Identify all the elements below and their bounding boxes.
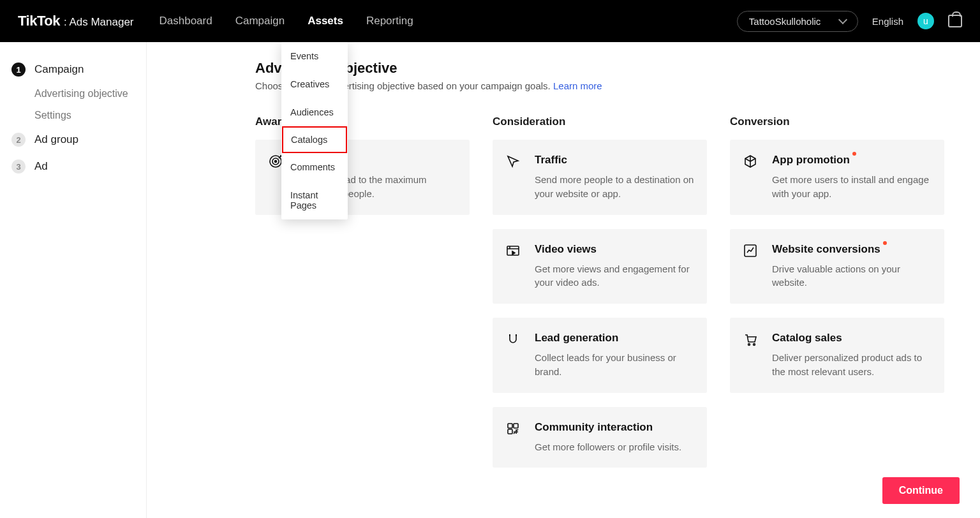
col-title-consideration: Consideration: [493, 115, 707, 128]
nav-dashboard[interactable]: Dashboard: [160, 15, 212, 27]
step-campaign[interactable]: 1 Campaign: [11, 56, 135, 83]
svg-rect-4: [508, 424, 512, 428]
step-badge-3: 3: [11, 159, 26, 174]
brand-ads-manager: : Ads Manager: [64, 16, 134, 29]
card-title: Lead generation: [535, 332, 618, 344]
top-nav: Dashboard Campaign Assets Reporting: [160, 15, 413, 27]
dd-creatives[interactable]: Creatives: [281, 70, 348, 98]
card-title: Community interaction: [535, 421, 653, 434]
dd-catalogs[interactable]: Catalogs: [282, 126, 347, 153]
topbar: TikTok : Ads Manager Dashboard Campaign …: [0, 0, 980, 42]
trend-up-icon: [743, 243, 761, 290]
learn-more-link[interactable]: Learn more: [553, 80, 602, 91]
video-icon: [505, 243, 523, 290]
card-title: Catalog sales: [772, 332, 842, 344]
nav-reporting[interactable]: Reporting: [366, 15, 413, 27]
assets-dropdown: Events Creatives Audiences Catalogs Comm…: [281, 42, 348, 219]
svg-rect-6: [508, 429, 512, 434]
card-catalog-sales[interactable]: Catalog salesDeliver personalized produc…: [730, 318, 944, 393]
language-selector[interactable]: English: [872, 16, 903, 27]
chevron-down-icon: [838, 15, 847, 24]
sidebar: 1 Campaign Advertising objective Setting…: [0, 42, 147, 518]
card-desc: Send more people to a destination on you…: [535, 173, 694, 201]
step-label: Ad: [34, 160, 48, 173]
card-title: Video views: [535, 243, 597, 256]
layout: 1 Campaign Advertising objective Setting…: [0, 42, 980, 518]
card-desc: Get more users to install and engage wit…: [772, 173, 932, 201]
cursor-icon: [505, 154, 523, 201]
step-label: Ad group: [34, 133, 78, 146]
card-community-interaction[interactable]: Community interactionGet more followers …: [493, 407, 707, 468]
account-selector[interactable]: TattooSkulloholic: [737, 11, 858, 32]
col-consideration: Consideration TrafficSend more people to…: [493, 115, 707, 482]
dd-audiences[interactable]: Audiences: [281, 98, 348, 126]
briefcase-icon[interactable]: [948, 15, 962, 27]
avatar[interactable]: u: [917, 13, 934, 29]
step-label: Campaign: [34, 63, 84, 76]
card-app-promotion[interactable]: App promotionGet more users to install a…: [730, 140, 944, 215]
card-video-views[interactable]: Video viewsGet more views and engagement…: [493, 229, 707, 304]
card-website-conversions[interactable]: Website conversionsDrive valuable action…: [730, 229, 944, 304]
card-title: Website conversions: [772, 243, 880, 256]
card-desc: Drive valuable actions on your website.: [772, 262, 932, 290]
svg-point-8: [748, 344, 750, 346]
dd-comments[interactable]: Comments: [281, 153, 348, 181]
card-traffic[interactable]: TrafficSend more people to a destination…: [493, 140, 707, 215]
sub-settings[interactable]: Settings: [11, 105, 135, 126]
card-desc: Get more views and engagement for your v…: [535, 262, 694, 290]
col-conversion: Conversion App promotionGet more users t…: [730, 115, 944, 482]
step-badge-2: 2: [11, 133, 26, 147]
card-desc: Collect leads for your business or brand…: [535, 351, 694, 379]
card-title: Traffic: [535, 154, 567, 166]
account-name: TattooSkulloholic: [749, 16, 821, 27]
svg-point-2: [275, 161, 277, 163]
svg-point-9: [754, 344, 755, 346]
dd-events[interactable]: Events: [281, 42, 348, 70]
community-icon: [505, 421, 523, 454]
top-right: TattooSkulloholic English u: [737, 11, 962, 32]
card-desc: Deliver personalized product ads to the …: [772, 351, 932, 379]
page-title: Advertising objective: [255, 60, 944, 77]
nav-campaign[interactable]: Campaign: [235, 15, 285, 27]
step-ad-group[interactable]: 2 Ad group: [11, 126, 135, 153]
page-subtitle: Choose the right advertising objective b…: [255, 80, 944, 91]
brand-tiktok: TikTok: [18, 13, 60, 29]
dd-instant-pages[interactable]: Instant Pages: [281, 181, 348, 219]
card-desc: Get more followers or profile visits.: [535, 440, 694, 454]
cart-icon: [743, 332, 761, 379]
svg-rect-5: [514, 424, 518, 428]
objective-columns: Awareness Reach Show your ad to the maxi…: [255, 115, 944, 482]
magnet-icon: [505, 332, 523, 379]
sub-objective[interactable]: Advertising objective: [11, 83, 135, 105]
continue-button[interactable]: Continue: [882, 477, 960, 504]
content: Advertising objective Choose the right a…: [147, 42, 980, 518]
step-ad[interactable]: 3 Ad: [11, 153, 135, 180]
cube-icon: [743, 154, 761, 201]
step-badge-1: 1: [11, 63, 26, 77]
card-lead-generation[interactable]: Lead generationCollect leads for your bu…: [493, 318, 707, 393]
col-title-conversion: Conversion: [730, 115, 944, 128]
brand[interactable]: TikTok : Ads Manager: [18, 13, 134, 29]
nav-assets[interactable]: Assets: [308, 15, 343, 27]
card-title: App promotion: [772, 154, 850, 166]
